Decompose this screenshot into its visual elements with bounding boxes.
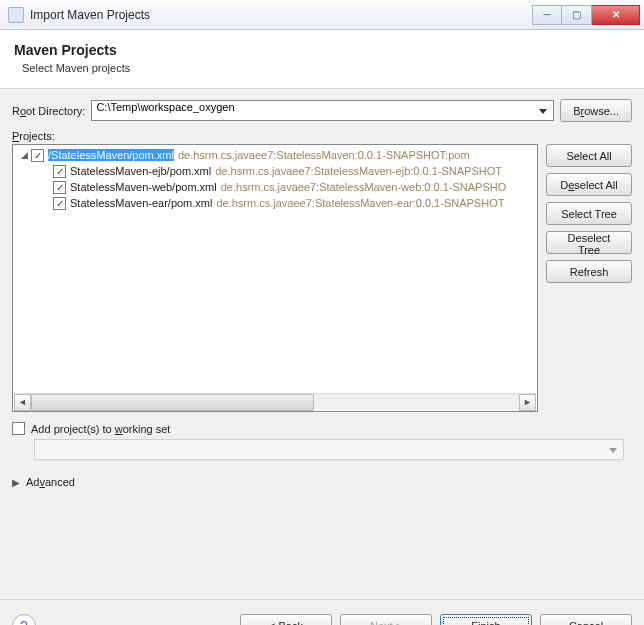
finish-button[interactable]: Finish [440, 614, 532, 625]
dialog-header: Maven Projects Select Maven projects [0, 30, 644, 89]
scroll-right-icon[interactable]: ► [519, 394, 536, 411]
tree-item-hint: de.hsrm.cs.javaee7:StatelessMaven:0.0.1-… [178, 149, 470, 161]
projects-label: Projects: [12, 130, 632, 142]
deselect-all-button[interactable]: Deselect All [546, 173, 632, 196]
tree-item-name: StatelessMaven-ejb/pom.xml [70, 165, 211, 177]
page-subtitle: Select Maven projects [14, 62, 630, 74]
expander-icon[interactable]: ◢ [19, 150, 29, 160]
tree-row[interactable]: StatelessMaven-web/pom.xml de.hsrm.cs.ja… [13, 179, 537, 195]
working-set-checkbox[interactable] [12, 422, 25, 435]
advanced-label: Advanced [26, 476, 75, 488]
scroll-left-icon[interactable]: ◄ [14, 394, 31, 411]
next-button: Next > [340, 614, 432, 625]
tree-checkbox[interactable] [53, 165, 66, 178]
tree-row[interactable]: StatelessMaven-ear/pom.xml de.hsrm.cs.ja… [13, 195, 537, 211]
advanced-toggle[interactable]: ▶ Advanced [12, 476, 632, 488]
root-directory-input[interactable]: C:\Temp\workspace_oxygen [91, 100, 554, 121]
tree-item-name: /StatelessMaven/pom.xml [48, 149, 174, 161]
tree-row[interactable]: ◢ /StatelessMaven/pom.xml de.hsrm.cs.jav… [13, 147, 537, 163]
deselect-tree-button[interactable]: Deselect Tree [546, 231, 632, 254]
refresh-button[interactable]: Refresh [546, 260, 632, 283]
back-button[interactable]: < Back [240, 614, 332, 625]
projects-area: ◢ /StatelessMaven/pom.xml de.hsrm.cs.jav… [12, 144, 632, 412]
select-all-button[interactable]: Select All [546, 144, 632, 167]
tree-checkbox[interactable] [31, 149, 44, 162]
minimize-button[interactable]: ─ [532, 5, 562, 25]
root-directory-row: Root Directory: C:\Temp\workspace_oxygen… [12, 99, 632, 122]
working-set-label: Add project(s) to working set [31, 423, 170, 435]
maximize-button[interactable]: ▢ [562, 5, 592, 25]
tree-item-hint: de.hsrm.cs.javaee7:StatelessMaven-ejb:0.… [215, 165, 502, 177]
tree-item-name: StatelessMaven-web/pom.xml [70, 181, 217, 193]
scrollbar-thumb[interactable] [31, 394, 314, 411]
working-set-row: Add project(s) to working set [12, 422, 632, 435]
select-tree-button[interactable]: Select Tree [546, 202, 632, 225]
browse-button[interactable]: Browse... [560, 99, 632, 122]
page-title: Maven Projects [14, 42, 630, 58]
main-content: Root Directory: C:\Temp\workspace_oxygen… [0, 89, 644, 599]
dialog-footer: ? < Back Next > Finish Cancel [0, 599, 644, 625]
root-directory-label: Root Directory: [12, 105, 85, 117]
projects-tree[interactable]: ◢ /StatelessMaven/pom.xml de.hsrm.cs.jav… [12, 144, 538, 412]
tree-side-buttons: Select All Deselect All Select Tree Dese… [546, 144, 632, 412]
title-bar: Import Maven Projects ─ ▢ ✕ [0, 0, 644, 30]
tree-checkbox[interactable] [53, 181, 66, 194]
working-set-select[interactable] [34, 439, 624, 460]
tree-item-name: StatelessMaven-ear/pom.xml [70, 197, 212, 209]
close-button[interactable]: ✕ [592, 5, 640, 25]
chevron-right-icon: ▶ [12, 477, 20, 488]
tree-item-hint: de.hsrm.cs.javaee7:StatelessMaven-web:0.… [221, 181, 507, 193]
tree-item-hint: de.hsrm.cs.javaee7:StatelessMaven-ear:0.… [216, 197, 504, 209]
horizontal-scrollbar[interactable]: ◄ ► [14, 393, 536, 410]
help-icon[interactable]: ? [12, 614, 36, 626]
window-controls: ─ ▢ ✕ [532, 5, 640, 25]
app-icon [8, 7, 24, 23]
tree-checkbox[interactable] [53, 197, 66, 210]
window-title: Import Maven Projects [30, 8, 532, 22]
cancel-button[interactable]: Cancel [540, 614, 632, 625]
tree-row[interactable]: StatelessMaven-ejb/pom.xml de.hsrm.cs.ja… [13, 163, 537, 179]
